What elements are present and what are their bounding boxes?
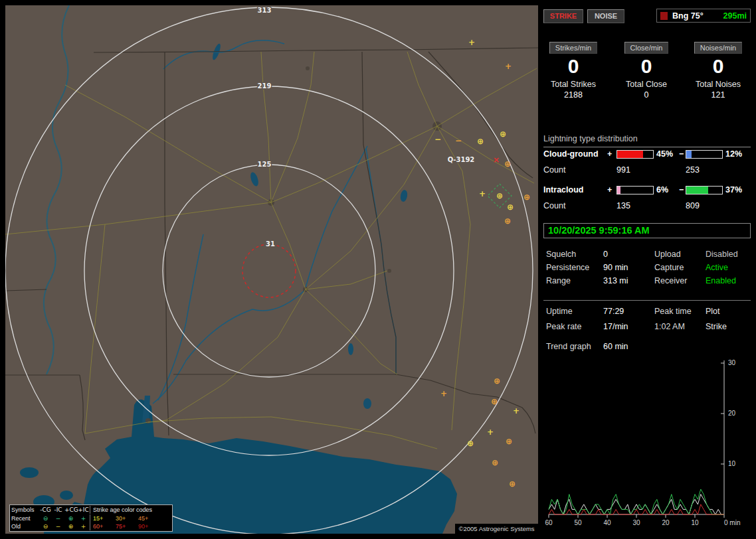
- total-strikes-label: Total Strikes: [537, 80, 610, 89]
- strike-symbol: ⊕: [494, 376, 500, 386]
- legend-col-pos-cg: +CG: [64, 506, 77, 514]
- settings-row-persistence: Persistence 90 min Capture Active: [543, 263, 751, 273]
- ic-negative-pct: 37%: [725, 185, 742, 194]
- age-15: 15+: [93, 514, 116, 522]
- strike-symbol: ⊕: [507, 202, 514, 212]
- plot-label: Plot: [706, 307, 720, 316]
- trend-label-row: Trend graph 60 min: [543, 342, 751, 352]
- legend-age-row-1: 15+ 30+ 45+: [90, 514, 171, 522]
- x-tick-label: 40: [603, 519, 611, 526]
- x-tick-label: 0 min: [724, 519, 740, 526]
- trend-window-value: 60 min: [603, 342, 628, 351]
- range-ring-label: 313: [258, 7, 272, 14]
- legend-recent-row: Recent ⊖ − ⊕ + 15+ 30+ 45+: [11, 514, 171, 522]
- peak-rate-value: 17/min: [603, 322, 628, 331]
- legend-recent-label: Recent: [11, 514, 39, 522]
- noises-counter-column: Noises/min 0 Total Noises 121: [682, 0, 755, 100]
- old-pos-ic-icon: +: [77, 522, 90, 530]
- persistence-value: 90 min: [603, 263, 628, 272]
- age-90: 90+: [138, 522, 161, 530]
- strikes-per-min-value: 0: [537, 56, 610, 77]
- legend-col-neg-cg: -CG: [39, 506, 52, 514]
- strike-symbol: ⊕: [477, 137, 484, 146]
- legend-old-label: Old: [11, 522, 39, 530]
- cg-negative-count: 253: [686, 165, 700, 175]
- strike-legend: Symbols -CG -IC +CG +IC Strike age color…: [9, 504, 173, 532]
- intracloud-row: Intracloud + 6% − 37%: [543, 185, 751, 195]
- close-per-min-label: Close/min: [624, 42, 669, 54]
- trend-series-cloud-ground: [549, 489, 724, 514]
- capture-label: Capture: [654, 263, 684, 272]
- noises-per-min-value: 0: [682, 56, 755, 77]
- recent-pos-ic-icon: +: [77, 514, 90, 522]
- cg-positive-count: 991: [616, 165, 630, 175]
- uptime-label: Uptime: [546, 307, 573, 316]
- legend-header-row: Symbols -CG -IC +CG +IC Strike age color…: [11, 506, 171, 514]
- strike-symbol: ⊕: [500, 129, 506, 139]
- x-tick-label: 20: [662, 519, 670, 526]
- copyright-notice: ©2005 Astrogenic Systems: [455, 524, 538, 534]
- intracloud-label: Intracloud: [543, 185, 583, 194]
- age-60: 60+: [93, 522, 116, 530]
- old-neg-cg-icon: ⊖: [39, 522, 52, 530]
- minus-sign: −: [679, 185, 684, 194]
- age-45: 45+: [138, 514, 161, 522]
- station-label: Q-3192: [448, 156, 475, 163]
- age-75: 75+: [116, 522, 138, 530]
- strike-symbol: +: [440, 389, 447, 398]
- ic-positive-bar: [616, 186, 654, 194]
- recent-neg-ic-icon: −: [52, 514, 64, 522]
- cg-positive-bar: [616, 150, 654, 159]
- recent-pos-cg-icon: ⊕: [64, 514, 77, 522]
- range-ring-label: 125: [258, 161, 272, 168]
- persistence-label: Persistence: [546, 263, 589, 272]
- strike-symbol: ⊕: [492, 458, 498, 467]
- settings-row-squelch: Squelch 0 Upload Disabled: [543, 250, 751, 260]
- old-neg-ic-icon: −: [52, 522, 64, 530]
- map-canvas: 31321912531Q-3192 ++⊕−⊕−⊕×+⊕⊕⊕⊕+⊕⊕++⊕⊕⊕⊕: [5, 5, 538, 534]
- peak-time-value: 1:02 AM: [654, 322, 685, 331]
- strike-symbol: +: [468, 38, 475, 47]
- strike-symbol: +: [513, 406, 520, 416]
- section-divider: [543, 300, 751, 301]
- strike-symbol: ⊕: [491, 397, 498, 406]
- range-value: 313 mi: [603, 276, 628, 285]
- total-strikes-value: 2188: [537, 90, 610, 100]
- trend-x-ticks: 6050403020100 min: [545, 514, 740, 526]
- strikes-per-min-label: Strikes/min: [549, 42, 597, 54]
- lightning-map[interactable]: 31321912531Q-3192 ++⊕−⊕−⊕×+⊕⊕⊕⊕+⊕⊕++⊕⊕⊕⊕…: [5, 5, 538, 534]
- ic-positive-count: 135: [616, 201, 630, 210]
- intracloud-count-row: Count 135 809: [543, 201, 751, 211]
- minus-sign: −: [679, 149, 684, 159]
- strike-symbol: ⊕: [523, 193, 530, 202]
- legend-col-pos-ic: +IC: [77, 506, 90, 514]
- strike-symbol: −: [434, 135, 441, 144]
- stats-row-1: Uptime 77:29 Peak time Plot: [543, 307, 751, 317]
- recent-neg-cg-icon: ⊖: [39, 514, 52, 522]
- trend-graph-label: Trend graph: [546, 342, 591, 351]
- legend-age-row-2: 60+ 75+ 90+: [90, 522, 171, 530]
- legend-old-row: Old ⊖ − ⊕ + 60+ 75+ 90+: [11, 522, 171, 530]
- cloud-ground-label: Cloud-ground: [543, 149, 599, 159]
- strike-symbol: ⊕: [506, 437, 512, 446]
- legend-col-neg-ic: -IC: [52, 506, 64, 514]
- capture-status: Active: [706, 263, 728, 272]
- strike-symbol: ⊕: [496, 191, 503, 200]
- total-close-value: 0: [610, 90, 683, 100]
- strike-symbol: +: [487, 427, 494, 437]
- distribution-section-title: Lightning type distribution: [543, 134, 751, 147]
- range-label: Range: [546, 276, 571, 285]
- plus-sign: +: [607, 149, 612, 159]
- noises-per-min-label: Noises/min: [694, 42, 742, 54]
- age-30: 30+: [116, 514, 138, 522]
- nexstorm-window: { "window": { "copyright": "©2005 Astrog…: [0, 0, 756, 539]
- range-ring-label: 31: [266, 240, 275, 248]
- cg-negative-bar: [686, 150, 723, 159]
- peak-rate-label: Peak rate: [546, 322, 582, 331]
- cloud-ground-row: Cloud-ground + 45% − 12%: [543, 149, 751, 159]
- cloud-ground-count-row: Count 991 253: [543, 165, 751, 175]
- strikes-counter-column: Strikes/min 0 Total Strikes 2188: [537, 0, 610, 100]
- strike-symbol: −: [455, 136, 462, 145]
- trend-series-layer: [549, 489, 724, 514]
- strike-symbol: ×: [493, 155, 500, 165]
